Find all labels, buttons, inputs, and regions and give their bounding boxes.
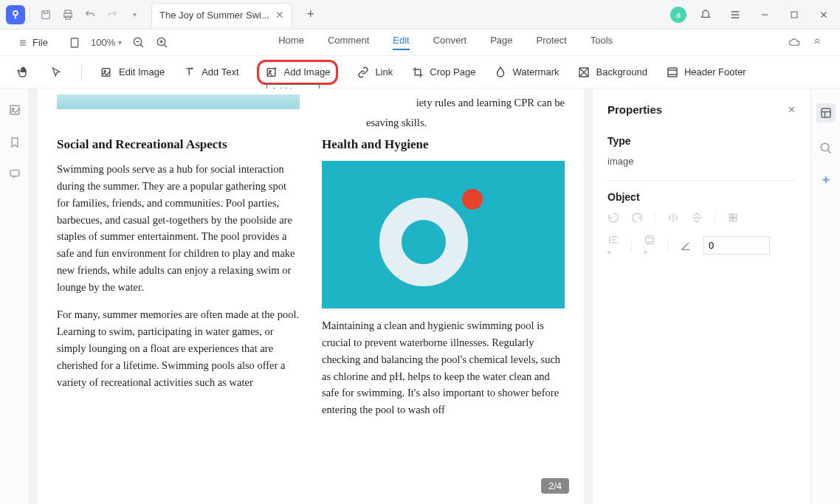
- zoom-dropdown[interactable]: 100% ▾: [91, 37, 122, 48]
- tab-comment[interactable]: Comment: [328, 35, 369, 50]
- document-canvas[interactable]: iety rules and learning CPR can be esavi…: [30, 89, 592, 504]
- thumbnails-icon[interactable]: [8, 103, 21, 117]
- separator: [30, 7, 30, 22]
- separator: [607, 180, 796, 181]
- zoom-out-icon[interactable]: [132, 36, 145, 49]
- svg-rect-1: [42, 10, 50, 18]
- separator: [715, 212, 715, 224]
- zoom-in-icon[interactable]: [156, 36, 169, 49]
- add-image-button[interactable]: Add Image: [265, 65, 331, 80]
- hand-tool[interactable]: [16, 65, 31, 80]
- svg-point-0: [13, 10, 18, 15]
- tab-convert[interactable]: Convert: [433, 35, 467, 50]
- body-text: Maintaining a clean and hygienic swimmin…: [322, 317, 565, 418]
- comment-panel-icon[interactable]: [8, 168, 21, 180]
- properties-title: Properties: [607, 103, 662, 116]
- file-label: File: [32, 37, 48, 48]
- background-icon: [576, 65, 591, 80]
- flip-horizontal-icon[interactable]: [667, 212, 679, 224]
- watermark-label: Watermark: [512, 66, 559, 77]
- file-menu[interactable]: File: [18, 37, 48, 48]
- svg-point-24: [821, 143, 829, 151]
- user-avatar[interactable]: a: [670, 7, 686, 23]
- crop-icon: [410, 65, 425, 80]
- distribute-icon[interactable]: ▾: [644, 234, 655, 257]
- edit-image-label: Edit Image: [119, 66, 165, 77]
- background-label: Background: [596, 66, 647, 77]
- type-value: image: [607, 156, 796, 167]
- minimize-icon[interactable]: [754, 4, 775, 25]
- edit-image-icon: [100, 65, 114, 80]
- main-area: iety rules and learning CPR can be esavi…: [0, 89, 840, 504]
- svg-rect-19: [734, 214, 737, 217]
- search-icon[interactable]: [819, 142, 833, 155]
- edit-image-button[interactable]: Edit Image: [100, 65, 165, 80]
- collapse-ribbon-icon[interactable]: [812, 37, 822, 49]
- rotation-input[interactable]: [703, 236, 770, 255]
- svg-rect-23: [822, 108, 830, 117]
- crop-object-icon[interactable]: [727, 212, 739, 224]
- add-image-label: Add Image: [284, 66, 331, 77]
- body-text: Swimming pools serve as a hub for social…: [57, 161, 300, 296]
- link-button[interactable]: Link: [356, 65, 393, 80]
- maximize-icon[interactable]: [784, 4, 805, 25]
- svg-rect-5: [791, 12, 797, 18]
- ai-sparkle-icon[interactable]: [819, 174, 833, 187]
- add-image-icon: [265, 65, 280, 80]
- tab-protect[interactable]: Protect: [537, 35, 567, 50]
- object-label: Object: [607, 191, 796, 203]
- add-text-button[interactable]: Add Text: [182, 65, 238, 80]
- zoom-controls: 100% ▾: [69, 36, 169, 49]
- tab-tools[interactable]: Tools: [591, 35, 613, 50]
- body-text: iety rules and learning CPR can be: [322, 94, 565, 111]
- redo-icon[interactable]: [101, 4, 123, 26]
- close-panel-icon[interactable]: ✕: [788, 104, 796, 115]
- rotate-right-icon[interactable]: [631, 212, 643, 224]
- page-indicator[interactable]: 2/4: [541, 478, 569, 494]
- align-icon[interactable]: ▾: [607, 234, 619, 257]
- svg-rect-22: [646, 238, 654, 241]
- add-image-highlight: Add Image Add Image: [257, 60, 339, 85]
- qat-dropdown-icon[interactable]: ▾: [123, 4, 145, 26]
- edit-toolbar: Edit Image Add Text Add Image Add Image …: [0, 56, 840, 89]
- save-icon[interactable]: [35, 4, 57, 26]
- header-footer-label: Header Footer: [684, 66, 746, 77]
- watermark-button[interactable]: Watermark: [493, 65, 559, 80]
- print-icon[interactable]: [57, 4, 79, 26]
- angle-icon: [680, 240, 692, 252]
- menubar: File 100% ▾ Home Comment Edit Convert Pa…: [0, 30, 840, 56]
- pool-image[interactable]: [322, 161, 565, 308]
- cloud-icon[interactable]: [787, 37, 802, 49]
- page-icon[interactable]: [69, 36, 80, 49]
- app-logo[interactable]: [6, 5, 25, 24]
- tab-edit[interactable]: Edit: [393, 35, 409, 50]
- svg-point-10: [104, 70, 106, 72]
- document-tab[interactable]: The Joy of Summer Swi... ✕: [151, 3, 292, 27]
- watermark-icon: [493, 65, 508, 80]
- new-tab-icon[interactable]: +: [300, 4, 322, 26]
- flip-vertical-icon[interactable]: [691, 212, 703, 224]
- tab-home[interactable]: Home: [278, 35, 304, 50]
- notification-icon[interactable]: [695, 4, 716, 25]
- header-footer-button[interactable]: Header Footer: [665, 65, 746, 80]
- page: iety rules and learning CPR can be esavi…: [38, 89, 584, 504]
- background-button[interactable]: Background: [576, 65, 647, 80]
- beach-ball: [462, 189, 483, 210]
- right-sidebar: [810, 89, 840, 504]
- swim-ring: [379, 198, 468, 286]
- svg-rect-21: [734, 218, 737, 221]
- select-tool[interactable]: [49, 65, 63, 80]
- separator: [631, 240, 632, 252]
- svg-rect-20: [729, 218, 732, 221]
- tab-page[interactable]: Page: [490, 35, 512, 50]
- close-window-icon[interactable]: [813, 4, 834, 25]
- separator: [667, 240, 668, 252]
- crop-page-button[interactable]: Crop Page: [410, 65, 475, 80]
- bookmark-icon[interactable]: [9, 136, 21, 149]
- hamburger-menu-icon[interactable]: [725, 4, 746, 25]
- rotate-left-icon[interactable]: [607, 212, 619, 224]
- undo-icon[interactable]: [79, 4, 101, 26]
- close-tab-icon[interactable]: ✕: [275, 9, 284, 21]
- properties-panel: Properties ✕ Type image Object ▾ ▾: [592, 89, 810, 504]
- properties-toggle-icon[interactable]: [816, 103, 836, 122]
